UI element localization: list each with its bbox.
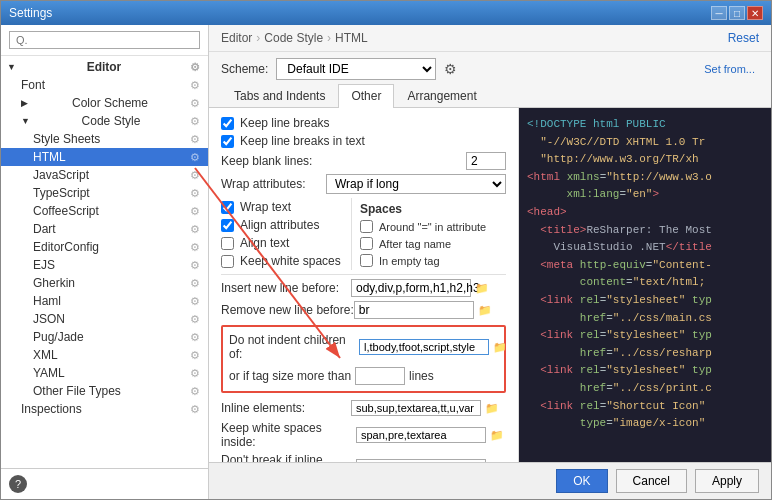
settings-icon: ⚙	[190, 151, 200, 164]
remove-new-line-field: br 📁	[354, 301, 494, 319]
sidebar-item-haml[interactable]: Haml ⚙	[1, 292, 208, 310]
sidebar-item-pug-jade[interactable]: Pug/Jade ⚙	[1, 328, 208, 346]
sidebar-item-label: EJS	[33, 258, 55, 272]
do-not-indent-label: Do not indent children of:	[229, 333, 359, 361]
keep-white-spaces-inside-value: span,pre,textarea	[356, 427, 486, 443]
code-line: "http://www.w3.org/TR/xh	[527, 151, 763, 169]
sidebar-item-label: CoffeeScript	[33, 204, 99, 218]
around-equals-row: Around "=" in attribute	[360, 218, 506, 235]
keep-line-breaks-checkbox[interactable]	[221, 117, 234, 130]
titlebar: Settings ─ □ ✕	[1, 1, 771, 25]
code-preview-panel: <!DOCTYPE html PUBLIC "-//W3C//DTD XHTML…	[519, 108, 771, 462]
wrap-attributes-label: Wrap attributes:	[221, 177, 326, 191]
settings-icon: ⚙	[190, 133, 200, 146]
sidebar-item-yaml[interactable]: YAML ⚙	[1, 364, 208, 382]
keep-line-breaks-text-checkbox[interactable]	[221, 135, 234, 148]
remove-new-line-browse-button[interactable]: 📁	[476, 304, 494, 317]
sidebar-tree: ▼ Editor ⚙ Font ⚙ ▶ Color Scheme ⚙ ▼ Cod…	[1, 56, 208, 468]
keep-white-spaces-inside-browse-button[interactable]: 📁	[488, 429, 506, 442]
sidebar-item-ejs[interactable]: EJS ⚙	[1, 256, 208, 274]
keep-white-spaces-inside-label: Keep white spaces inside:	[221, 421, 356, 449]
sidebar-item-editor[interactable]: ▼ Editor ⚙	[1, 58, 208, 76]
settings-icon: ⚙	[190, 367, 200, 380]
do-not-indent-browse-button[interactable]: 📁	[491, 341, 509, 354]
settings-icon: ⚙	[190, 61, 200, 74]
sidebar-item-label: EditorConfig	[33, 240, 99, 254]
remove-new-line-label: Remove new line before:	[221, 303, 354, 317]
maximize-button[interactable]: □	[729, 6, 745, 20]
sidebar-item-xml[interactable]: XML ⚙	[1, 346, 208, 364]
sidebar-item-editorconfig[interactable]: EditorConfig ⚙	[1, 238, 208, 256]
dont-break-row: Don't break if inline content: title,h1,…	[221, 451, 506, 462]
code-line: <!DOCTYPE html PUBLIC	[527, 116, 763, 134]
in-empty-tag-checkbox[interactable]	[360, 254, 373, 267]
keep-blank-lines-label: Keep blank lines:	[221, 154, 466, 168]
sidebar-item-other-file-types[interactable]: Other File Types ⚙	[1, 382, 208, 400]
apply-button[interactable]: Apply	[695, 469, 759, 493]
code-line: <link rel="stylesheet" typ	[527, 292, 763, 310]
keep-white-spaces-inside-row: Keep white spaces inside: span,pre,texta…	[221, 419, 506, 451]
sidebar-item-coffeescript[interactable]: CoffeeScript ⚙	[1, 202, 208, 220]
after-tag-name-checkbox[interactable]	[360, 237, 373, 250]
sidebar-item-json[interactable]: JSON ⚙	[1, 310, 208, 328]
sidebar-item-inspections[interactable]: Inspections ⚙	[1, 400, 208, 418]
sidebar-item-typescript[interactable]: TypeScript ⚙	[1, 184, 208, 202]
editor-arrow: ▼	[7, 62, 16, 72]
help-button[interactable]: ?	[9, 475, 27, 493]
reset-button[interactable]: Reset	[728, 31, 759, 45]
tab-arrangement[interactable]: Arrangement	[394, 84, 489, 107]
code-line: href="../css/main.cs	[527, 310, 763, 328]
sidebar-item-dart[interactable]: Dart ⚙	[1, 220, 208, 238]
code-line: href="../css/resharp	[527, 345, 763, 363]
keep-white-spaces-label: Keep white spaces	[240, 254, 341, 268]
inline-elements-browse-button[interactable]: 📁	[483, 402, 501, 415]
inline-elements-field: sub,sup,textarea,tt,u,var 📁	[351, 400, 501, 416]
set-from-link[interactable]: Set from...	[704, 63, 759, 75]
wrap-attributes-row: Wrap attributes: Wrap if long	[221, 172, 506, 196]
tab-other[interactable]: Other	[338, 84, 394, 108]
settings-icon: ⚙	[190, 223, 200, 236]
checkboxes-left: Wrap text Align attributes Align text	[221, 198, 343, 270]
scheme-gear-button[interactable]: ⚙	[444, 61, 457, 77]
minimize-button[interactable]: ─	[711, 6, 727, 20]
code-line: <html xmlns="http://www.w3.o	[527, 169, 763, 187]
align-text-checkbox[interactable]	[221, 237, 234, 250]
sidebar-item-label: Pug/Jade	[33, 330, 84, 344]
wrap-attributes-select[interactable]: Wrap if long	[326, 174, 506, 194]
sidebar-item-label: TypeScript	[33, 186, 90, 200]
settings-panel: Keep line breaks Keep line breaks in tex…	[209, 108, 771, 462]
search-input[interactable]	[9, 31, 200, 49]
insert-new-line-row: Insert new line before: ody,div,p,form,h…	[221, 277, 506, 299]
breadcrumb-html: HTML	[335, 31, 368, 45]
spaces-section: Spaces Around "=" in attribute After tag…	[351, 198, 506, 270]
sidebar-item-javascript[interactable]: JavaScript ⚙	[1, 166, 208, 184]
or-if-tag-suffix: lines	[409, 369, 434, 383]
tabs-row: Tabs and Indents Other Arrangement	[209, 84, 771, 108]
sidebar-item-label: Color Scheme	[72, 96, 148, 110]
sidebar-item-code-style[interactable]: ▼ Code Style ⚙	[1, 112, 208, 130]
align-attributes-checkbox[interactable]	[221, 219, 234, 232]
tab-tabs-and-indents[interactable]: Tabs and Indents	[221, 84, 338, 107]
sidebar-item-color-scheme[interactable]: ▶ Color Scheme ⚙	[1, 94, 208, 112]
keep-white-spaces-checkbox[interactable]	[221, 255, 234, 268]
remove-new-line-row: Remove new line before: br 📁	[221, 299, 506, 321]
cancel-button[interactable]: Cancel	[616, 469, 687, 493]
keep-blank-lines-input[interactable]	[466, 152, 506, 170]
inline-elements-value: sub,sup,textarea,tt,u,var	[351, 400, 481, 416]
sidebar-item-font[interactable]: Font ⚙	[1, 76, 208, 94]
around-equals-checkbox[interactable]	[360, 220, 373, 233]
or-if-tag-input[interactable]	[355, 367, 405, 385]
settings-icon: ⚙	[190, 403, 200, 416]
code-style-arrow: ▼	[21, 116, 30, 126]
sidebar-item-label: Style Sheets	[33, 132, 100, 146]
ok-button[interactable]: OK	[556, 469, 607, 493]
insert-new-line-browse-button[interactable]: 📁	[473, 282, 491, 295]
sidebar-item-gherkin[interactable]: Gherkin ⚙	[1, 274, 208, 292]
keep-line-breaks-label: Keep line breaks	[240, 116, 329, 130]
sidebar-item-style-sheets[interactable]: Style Sheets ⚙	[1, 130, 208, 148]
align-text-label: Align text	[240, 236, 289, 250]
scheme-select[interactable]: Default IDE	[276, 58, 436, 80]
wrap-text-checkbox[interactable]	[221, 201, 234, 214]
sidebar-item-html[interactable]: HTML ⚙	[1, 148, 208, 166]
close-button[interactable]: ✕	[747, 6, 763, 20]
